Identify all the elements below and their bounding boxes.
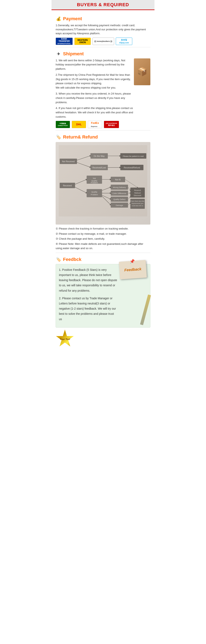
dhl-logo: DHL bbox=[72, 121, 86, 128]
courier-figure: 📦 bbox=[137, 67, 147, 76]
shipment-icon: ✈ bbox=[56, 51, 61, 57]
courier-image: 📦 bbox=[134, 58, 150, 85]
sf-express-logo: (SF) EXPRESS顺丰速运 bbox=[104, 121, 119, 128]
feedback-wrapper: 🏷️ Feedbck 📌 Feedback 1. Positive Feedba… bbox=[56, 256, 150, 328]
payment-logos: BANKTRANSFERINTERNATIONAL WESTERNUNION (… bbox=[56, 38, 150, 45]
bank-transfer-logo: BANKTRANSFERINTERNATIONAL bbox=[56, 38, 73, 45]
shipment-section-header: ✈ Shipment bbox=[56, 51, 150, 57]
china-post-label: 中国邮政CHINA POST bbox=[58, 122, 68, 126]
page-content: 💰 Payment 1.Generally, we accept the fol… bbox=[51, 10, 155, 350]
refund-note-3: ③ Check the package and Item, carefully. bbox=[56, 237, 150, 241]
bank-transfer-label: BANKTRANSFERINTERNATIONAL bbox=[57, 38, 71, 44]
alipay-label: 支付宝Alipay.com bbox=[119, 38, 129, 44]
dhl-label: DHL bbox=[76, 123, 82, 126]
shipment-point-3: 3. When you receive the items you ordere… bbox=[56, 92, 150, 104]
divider-1 bbox=[56, 47, 150, 47]
china-post-logo: 中国邮政CHINA POST bbox=[56, 121, 70, 128]
payment-section-header: 💰 Payment bbox=[56, 16, 150, 22]
payment-title: Payment bbox=[63, 16, 82, 22]
feedback-note-card: 📌 Feedback bbox=[119, 260, 147, 279]
shipment-title: Shipment bbox=[63, 51, 84, 56]
return-section-header: 🏷️ Return& Refund bbox=[56, 134, 150, 140]
refund-note-1: ① Please check the tracking in formation… bbox=[56, 227, 150, 231]
fedex-logo: FedExExpress bbox=[88, 121, 102, 128]
return-title: Return& Refund bbox=[63, 134, 98, 140]
shipping-logos: 中国邮政CHINA POST DHL FedExExpress (SF) EXP… bbox=[56, 121, 150, 128]
page-header: BUYERS & REQUIRED bbox=[51, 0, 155, 10]
western-union-label: WESTERNUNION bbox=[78, 39, 88, 44]
refund-notes: ① Please check the tracking in formation… bbox=[56, 227, 150, 250]
moneybookers-logo: ((( moneybookers ))) bbox=[93, 38, 114, 45]
shipment-wrapper: 📦 1. We will sent the items within 2-5da… bbox=[56, 58, 150, 119]
feedback-icon: 🏷️ bbox=[56, 256, 61, 262]
page-title: BUYERS & REQUIRED bbox=[51, 2, 155, 8]
flowchart-container: Not Received On the Way Please be patien… bbox=[56, 142, 150, 224]
gold-badge: Your Text bbox=[56, 330, 150, 348]
refund-note-4: ④ Please Note: Men made defects are not … bbox=[56, 242, 150, 250]
pencil-decoration bbox=[140, 294, 151, 325]
payment-description: 1.Generally, we accept the following pay… bbox=[56, 23, 150, 36]
moneybookers-label: ((( moneybookers ))) bbox=[94, 40, 112, 42]
sf-express-label: (SF) EXPRESS顺丰速运 bbox=[106, 122, 117, 126]
divider-2 bbox=[56, 130, 150, 130]
badge-text-label: Your Text bbox=[60, 338, 70, 340]
fedex-label: FedExExpress bbox=[91, 121, 99, 128]
shipment-point-4: 4. If you have not got it within the shi… bbox=[56, 106, 150, 119]
payment-icon: 💰 bbox=[56, 16, 61, 22]
tack-icon: 📌 bbox=[130, 259, 135, 264]
western-union-logo: WESTERNUNION bbox=[74, 38, 91, 45]
alipay-logo: 支付宝Alipay.com bbox=[116, 38, 132, 45]
refund-note-2: ② Please contact us by meesage, e-mail, … bbox=[56, 232, 150, 236]
flowchart-bg bbox=[56, 142, 150, 224]
return-icon: 🏷️ bbox=[56, 134, 61, 140]
feedback-point-1: 1. Positive Feedback (5 Stars) is very i… bbox=[59, 267, 117, 293]
feedback-title: Feedbck bbox=[63, 257, 81, 262]
feedback-point-2: 2. Please contact us by Trade Manager or… bbox=[59, 296, 117, 322]
feedback-card-label: Feedback bbox=[124, 267, 141, 272]
